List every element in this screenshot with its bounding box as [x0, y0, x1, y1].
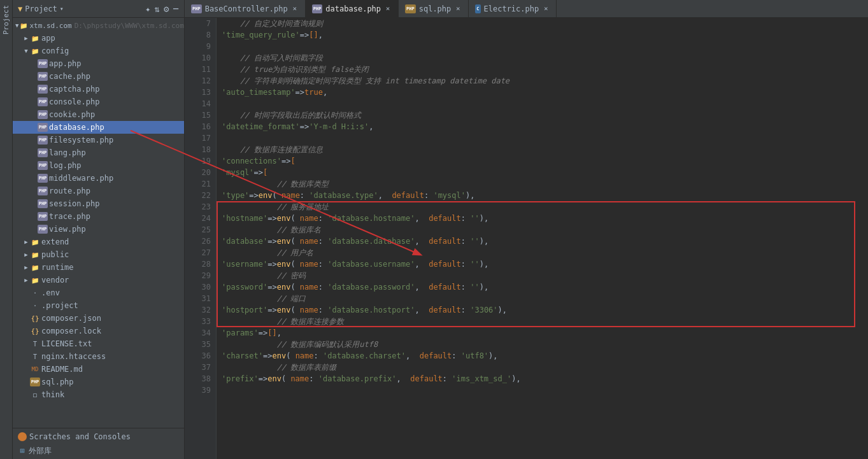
locate-icon[interactable]: ✦ [145, 4, 150, 14]
tree-item-config[interactable]: ▼ 📁 config [13, 45, 184, 57]
tab-icon-database: PHP [312, 4, 323, 13]
folder-icon-config: 📁 [31, 46, 39, 55]
tab-close-basecontroller[interactable]: × [291, 5, 299, 13]
tree-item-cache-php[interactable]: ▶ PHP cache.php [13, 70, 184, 83]
label-filesystem-php: filesystem.php [49, 136, 113, 145]
file-icon-lang-php: PHP [38, 148, 47, 157]
line-number-16: 16 [190, 121, 211, 132]
label-nginx: nginx.htaccess [41, 352, 106, 361]
code-line-30: 'password' => env( name: 'database.passw… [222, 281, 868, 293]
line-number-15: 15 [190, 109, 211, 121]
external-item[interactable]: ⊞ 外部库 [13, 444, 184, 458]
tab-basecontroller[interactable]: PHP BaseController.php × [185, 0, 306, 18]
code-line-26: 'database' => env( name: 'database.datab… [222, 236, 868, 247]
tree-item-captcha-php[interactable]: ▶ PHP captcha.php [13, 83, 184, 95]
label-middleware-php: middleware.php [49, 174, 113, 183]
code-line-21: // 数据库类型 [222, 178, 868, 190]
arrow-root: ▼ [15, 22, 18, 29]
code-line-9 [222, 41, 868, 52]
line-number-18: 18 [190, 144, 211, 155]
line-number-34: 34 [190, 327, 211, 339]
label-cookie-php: cookie.php [49, 110, 95, 119]
tree-item-database-php[interactable]: ▶ PHP database.php [13, 121, 184, 134]
tab-close-sql[interactable]: × [454, 5, 462, 13]
sidebar-header-icons: ✦ ⇅ ⚙ − [145, 4, 179, 14]
tab-icon-electric: C [475, 4, 480, 13]
label-sql-php: sql.php [41, 378, 74, 386]
tree-item-app-php[interactable]: ▶ PHP app.php [13, 57, 184, 70]
line-number-39: 39 [190, 385, 211, 396]
file-icon-app-php: PHP [38, 59, 47, 68]
tree-item-public[interactable]: ▶ 📁 public [13, 248, 184, 261]
line-number-20: 20 [190, 167, 211, 178]
tab-label-basecontroller: BaseController.php [205, 4, 288, 13]
collapse-icon[interactable]: ⇅ [154, 4, 159, 14]
tab-database[interactable]: PHP database.php × [306, 0, 399, 18]
tab-label-database: database.php [325, 4, 381, 13]
arrow-runtime: ▶ [23, 264, 29, 271]
tree-item-composer-lock[interactable]: ▶ {} composer.lock [13, 325, 184, 337]
line-number-11: 11 [190, 64, 211, 75]
tree-item-route-php[interactable]: ▶ PHP route.php [13, 185, 184, 197]
line-number-13: 13 [190, 87, 211, 98]
folder-icon-runtime: 📁 [31, 263, 39, 272]
tree-item-env[interactable]: ▶ · .env [13, 286, 184, 299]
label-app: app [41, 34, 55, 43]
file-icon-filesystem-php: PHP [38, 136, 47, 145]
label-composer-lock: composer.lock [41, 327, 101, 335]
line-number-25: 25 [190, 224, 211, 236]
tab-close-database[interactable]: × [384, 5, 392, 13]
file-icon-project: · [31, 301, 39, 310]
tab-sql[interactable]: PHP sql.php × [399, 0, 469, 18]
label-readme: README.md [41, 365, 83, 374]
tree-item-nginx[interactable]: ▶ T nginx.htaccess [13, 350, 184, 363]
code-line-22: 'type' => env( name: 'database.type', de… [222, 190, 868, 201]
tree-item-trace-php[interactable]: ▶ PHP trace.php [13, 210, 184, 223]
code-line-31: // 端口 [222, 293, 868, 304]
line-number-26: 26 [190, 236, 211, 247]
tab-electric[interactable]: C Electric.php × [469, 0, 557, 18]
tree-item-root[interactable]: ▼ 📁 xtm.sd.com D:\phpstudy\WWW\xtm.sd.co… [13, 19, 184, 32]
file-icon-composer-json: {} [31, 314, 39, 323]
line-number-37: 37 [190, 362, 211, 373]
line-number-38: 38 [190, 373, 211, 385]
dropdown-icon[interactable]: ▾ [60, 5, 64, 12]
code-line-39 [222, 385, 868, 396]
scratches-item[interactable]: Scratches and Consoles [13, 430, 184, 444]
tree-item-project[interactable]: ▶ · .project [13, 299, 184, 312]
code-content[interactable]: // 自定义时间查询规则 'time_query_rule' => [], //… [217, 18, 868, 459]
tree-item-app[interactable]: ▶ 📁 app [13, 32, 184, 45]
code-line-19: 'connections' => [ [222, 155, 868, 167]
tree-item-lang-php[interactable]: ▶ PHP lang.php [13, 146, 184, 159]
tree-item-license[interactable]: ▶ T LICENSE.txt [13, 337, 184, 350]
tree-item-readme[interactable]: ▶ MD README.md [13, 363, 184, 376]
gear-icon[interactable]: ⚙ [164, 4, 169, 14]
tab-icon-sql: PHP [405, 4, 416, 13]
tree-item-console-php[interactable]: ▶ PHP console.php [13, 95, 184, 108]
code-line-17 [222, 132, 868, 144]
line-number-9: 9 [190, 41, 211, 52]
file-icon-captcha-php: PHP [38, 85, 47, 94]
tab-icon-basecontroller: PHP [191, 4, 202, 13]
tree-item-middleware-php[interactable]: ▶ PHP middleware.php [13, 172, 184, 185]
tree-item-sql-php[interactable]: ▶ PHP sql.php [13, 376, 184, 388]
tree-item-filesystem-php[interactable]: ▶ PHP filesystem.php [13, 134, 184, 146]
tree-item-vendor[interactable]: ▶ 📁 vendor [13, 274, 184, 286]
tree-item-extend[interactable]: ▶ 📁 extend [13, 236, 184, 248]
line-number-31: 31 [190, 293, 211, 304]
tree-item-think[interactable]: ▶ ◻ think [13, 388, 184, 401]
tree-item-composer-json[interactable]: ▶ {} composer.json [13, 312, 184, 325]
tree-item-cookie-php[interactable]: ▶ PHP cookie.php [13, 108, 184, 121]
minus-icon[interactable]: − [173, 4, 179, 14]
file-icon-console-php: PHP [38, 97, 47, 106]
tree-item-view-php[interactable]: ▶ PHP view.php [13, 223, 184, 236]
tab-close-electric[interactable]: × [542, 5, 550, 13]
tree-item-runtime[interactable]: ▶ 📁 runtime [13, 261, 184, 274]
project-tab-label[interactable]: Project [1, 3, 11, 37]
label-database-php: database.php [49, 123, 104, 132]
project-tab[interactable]: Project [0, 0, 13, 459]
file-icon-cache-php: PHP [38, 72, 47, 81]
tree-item-log-php[interactable]: ▶ PHP log.php [13, 159, 184, 172]
tree-item-session-php[interactable]: ▶ PHP session.php [13, 197, 184, 210]
line-number-19: 19 [190, 155, 211, 167]
